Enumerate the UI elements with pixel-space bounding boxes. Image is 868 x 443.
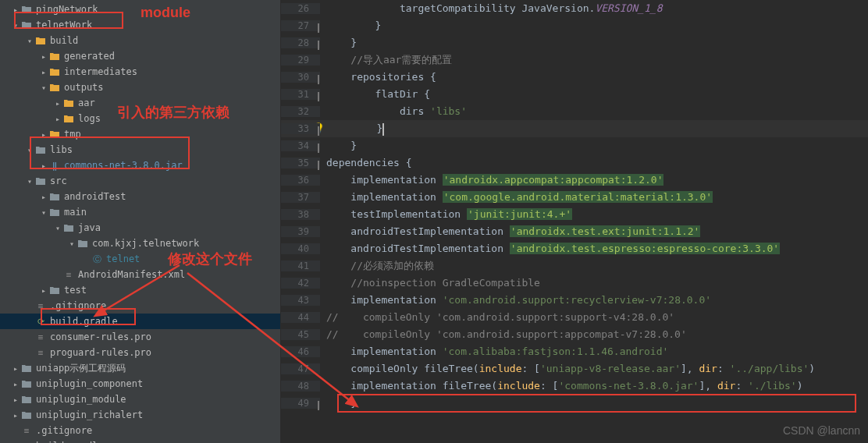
chevron-icon[interactable] [11,395,20,404]
code-line[interactable]: 34 } [281,137,868,154]
tree-row[interactable]: ⟳build.gradle [0,438,280,443]
tree-label: telnet [106,253,140,264]
code-line[interactable]: 26 targetCompatibility JavaVersion.VERSI… [281,0,868,17]
tree-row[interactable]: java [0,220,280,236]
tree-row[interactable]: build [0,33,280,48]
chevron-icon[interactable] [39,52,48,61]
code-line[interactable]: 37 implementation 'com.google.android.ma… [281,189,868,206]
tree-row[interactable]: Ⓒtelnet [0,251,280,267]
tree-row[interactable]: outputs [0,80,280,95]
code-editor[interactable]: 26 targetCompatibility JavaVersion.VERSI… [281,0,868,443]
chevron-icon[interactable] [11,411,20,420]
tree-row[interactable]: uniplugin_richalert [0,407,280,423]
tree-label: AndroidManifest.xml [78,269,185,280]
code-line[interactable]: 41 //必须添加的依赖 [281,257,868,275]
code-line[interactable]: 44// compileOnly 'com.android.support:su… [281,309,868,326]
code-line[interactable]: 36 implementation 'androidx.appcompat:ap… [281,172,868,189]
gradle-icon: ⟳ [34,317,47,327]
chevron-icon[interactable] [53,224,62,232]
tree-label: .gitignore [50,300,106,311]
code-line[interactable]: 28 } [281,34,868,51]
tree-row[interactable]: ≡.gitignore [0,298,280,314]
tree-row[interactable]: androidTest [0,189,280,204]
code-line[interactable]: 39 androidTestImplementation 'androidx.t… [281,223,868,240]
tree-row[interactable]: ≡proguard-rules.pro [0,345,280,360]
tree-label: androidTest [64,191,126,202]
tree-row[interactable]: uniplugin_module [0,392,280,407]
chevron-icon[interactable] [11,364,20,373]
tree-row[interactable]: tmp [0,126,280,142]
tree-row[interactable]: uniapp示例工程源码 [0,360,280,376]
tree-label: pingNetwork [36,4,98,15]
folder-open-icon [48,67,61,76]
tree-row[interactable]: uniplugin_component [0,376,280,392]
tree-row[interactable]: telnetWork [0,17,280,33]
code-line[interactable]: 42 //noinspection GradleCompatible [281,275,868,292]
tree-row[interactable]: com.kjxj.telnetwork [0,236,280,251]
code-line[interactable]: 40 androidTestImplementation 'androidx.t… [281,240,868,257]
code-line[interactable]: 35dependencies { [281,154,868,172]
code-line[interactable]: 30 repositories { [281,69,868,86]
folder-icon [62,223,75,232]
chevron-icon[interactable] [25,177,34,186]
chevron-icon[interactable] [39,193,48,201]
tree-row[interactable]: ‖commons-net-3.8.0.jar [0,158,280,173]
tree-row[interactable]: ≡AndroidManifest.xml [0,267,280,282]
line-number: 37 [281,192,320,203]
chevron-icon[interactable] [53,115,62,123]
tree-label: uniplugin_richalert [36,409,143,420]
tree-label: telnetWork [36,19,92,30]
tree-row[interactable]: ≡consumer-rules.pro [0,329,280,345]
code-line[interactable]: 32 dirs 'libs' [281,103,868,120]
chevron-icon[interactable] [39,208,48,217]
code-line[interactable]: 29 //导入aar需要的配置 [281,51,868,69]
code-line[interactable]: 47 compileOnly fileTree(include: ['uniap… [281,360,868,377]
chevron-icon[interactable] [25,37,34,45]
code-line[interactable]: 27 } [281,17,868,34]
tree-label: libs [50,144,73,155]
code-line[interactable]: 33💡 } [281,120,868,137]
chevron-icon[interactable] [39,83,48,92]
tree-row[interactable]: aar [0,95,280,111]
tree-row[interactable]: generated [0,48,280,64]
code-line[interactable]: 38 testImplementation 'junit:junit:4.+' [281,206,868,223]
folder-icon [20,379,33,388]
folder-icon [62,114,75,123]
tree-row[interactable]: ⟳build.gradle [0,314,280,329]
code-line[interactable]: 31 flatDir { [281,86,868,103]
code-line[interactable]: 43 implementation 'com.android.support:r… [281,292,868,309]
folder-icon [48,192,61,201]
tree-row[interactable]: src [0,173,280,189]
code-text: implementation 'com.alibaba:fastjson:1.1… [320,343,668,360]
chevron-icon[interactable] [39,161,48,170]
code-line[interactable]: 46 implementation 'com.alibaba:fastjson:… [281,343,868,360]
chevron-icon[interactable] [53,99,62,108]
tree-row[interactable]: logs [0,111,280,126]
tree-row[interactable]: libs [0,142,280,158]
tree-row[interactable]: ≡.gitignore [0,423,280,438]
code-text: repositories { [320,69,436,86]
code-line[interactable]: 48 implementation fileTree(include: ['co… [281,377,868,395]
chevron-icon[interactable] [39,130,48,139]
tree-row[interactable]: main [0,204,280,220]
tree-row[interactable]: intermediates [0,64,280,80]
code-line[interactable]: 45// compileOnly 'com.android.support:ap… [281,326,868,343]
chevron-icon[interactable] [39,68,48,76]
line-number: 45 [281,329,320,340]
tree-row[interactable]: test [0,282,280,298]
file-icon: ≡ [20,426,33,436]
tree-row[interactable]: pingNetwork [0,2,280,17]
tree-label: tmp [64,129,81,140]
chevron-icon[interactable] [39,286,48,295]
chevron-icon[interactable] [67,239,76,248]
code-line[interactable]: 49 } [281,395,868,412]
chevron-icon[interactable] [11,21,20,30]
line-number: 49 [281,398,320,409]
chevron-icon[interactable] [25,146,34,154]
code-text: androidTestImplementation 'androidx.test… [320,223,700,240]
line-number: 35 [281,158,320,168]
chevron-icon[interactable] [11,380,20,388]
code-text: flatDir { [320,86,430,103]
project-tree[interactable]: pingNetworktelnetWorkbuildgeneratedinter… [0,0,281,443]
chevron-icon[interactable] [11,5,20,14]
